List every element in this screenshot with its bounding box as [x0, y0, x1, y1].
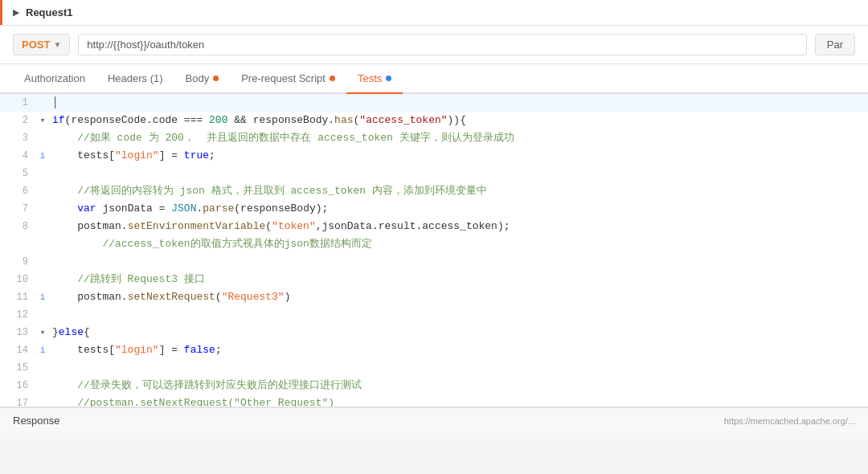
code-line-17: 17 //postman.setNextRequest("Other Reque…: [0, 394, 868, 407]
code-line-14: 14 i tests["login"] = false;: [0, 341, 868, 359]
side-info: https://memcached.apache.org/...: [724, 416, 855, 426]
code-line-12: 12: [0, 306, 868, 324]
code-line-8: 8 postman.setEnvironmentVariable("token"…: [0, 218, 868, 235]
url-input[interactable]: [78, 34, 806, 55]
code-line-7: 7 var jsonData = JSON.parse(responseBody…: [0, 200, 868, 218]
pre-request-dot: [330, 76, 335, 81]
code-line-6: 6 //将返回的内容转为 json 格式，并且取到 access_token 内…: [0, 182, 868, 200]
arrow-icon[interactable]: ▶: [13, 7, 19, 18]
method-label: POST: [22, 39, 50, 51]
method-chevron-icon: ▼: [53, 40, 61, 49]
code-line-13: 13 ▾ }else{: [0, 324, 868, 341]
code-line-15: 15: [0, 359, 868, 377]
code-line-4: 4 i tests["login"] = true;: [0, 147, 868, 165]
tabs-bar: Authorization Headers (1) Body Pre-reque…: [0, 64, 868, 94]
tab-headers[interactable]: Headers (1): [96, 64, 174, 94]
tests-dot: [386, 76, 391, 81]
code-line-9: 9: [0, 253, 868, 271]
code-line-5: 5: [0, 165, 868, 182]
method-select[interactable]: POST ▼: [13, 34, 70, 55]
tab-authorization[interactable]: Authorization: [13, 64, 96, 94]
bottom-bar: Response https://memcached.apache.org/..…: [0, 407, 868, 433]
code-line-11: 11 i postman.setNextRequest("Request3"): [0, 288, 868, 306]
body-dot: [213, 76, 219, 81]
request-title: Request1: [26, 6, 73, 18]
code-line-10: 10 //跳转到 Request3 接口: [0, 271, 868, 288]
code-line-2: 2 ▾ if(responseCode.code === 200 && resp…: [0, 112, 868, 129]
code-line-16: 16 //登录失败，可以选择跳转到对应失败后的处理接口进行测试: [0, 377, 868, 394]
code-line-3: 3 //如果 code 为 200， 并且返回的数据中存在 access_tok…: [0, 129, 868, 147]
tab-body[interactable]: Body: [174, 64, 231, 94]
code-line-1: 1 │: [0, 94, 868, 112]
response-label: Response: [13, 415, 60, 427]
tab-tests[interactable]: Tests: [346, 64, 403, 94]
tab-pre-request[interactable]: Pre-request Script: [230, 64, 346, 94]
code-editor[interactable]: 1 │ 2 ▾ if(responseCode.code === 200 && …: [0, 94, 868, 407]
code-line-8b: 8 //access_token的取值方式视具体的json数据结构而定: [0, 235, 868, 253]
params-button[interactable]: Par: [815, 34, 855, 55]
